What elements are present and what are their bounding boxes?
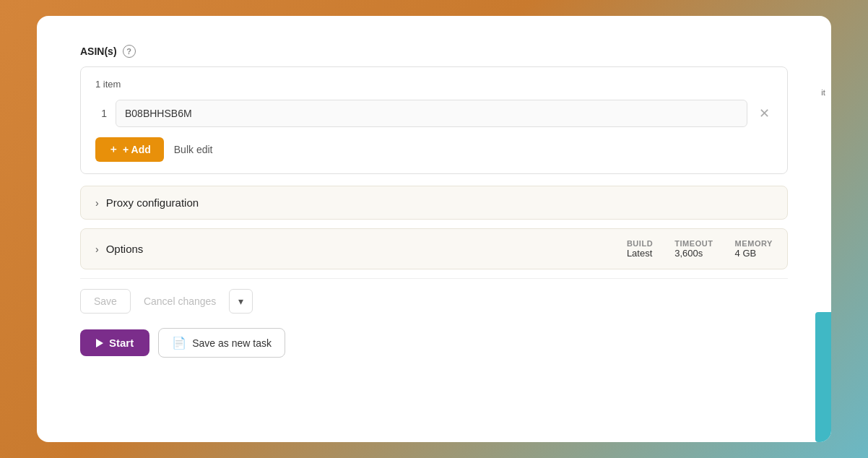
asin-index: 1: [95, 108, 107, 119]
chevron-down-icon: ▾: [238, 295, 243, 307]
right-edge-text: it: [815, 88, 831, 97]
asin-clear-button[interactable]: ✕: [756, 104, 773, 123]
memory-value: 4 GB: [735, 248, 757, 259]
asin-actions: ＋ + Add Bulk edit: [95, 137, 773, 162]
options-header: › Options: [95, 243, 627, 255]
asin-section-header: ASIN(s) ?: [80, 45, 788, 58]
right-edge-decoration: it: [815, 88, 831, 97]
bulk-edit-label: Bulk edit: [174, 144, 213, 155]
options-section[interactable]: › Options BUILD Latest TIMEOUT 3,600s ME…: [80, 228, 788, 269]
save-button[interactable]: Save: [80, 289, 131, 314]
proxy-config-title: Proxy configuration: [106, 196, 199, 209]
save-label: Save: [94, 295, 117, 307]
options-meta: BUILD Latest TIMEOUT 3,600s MEMORY 4 GB: [627, 239, 773, 259]
action-bar: Save Cancel changes ▾: [80, 278, 788, 314]
proxy-config-section[interactable]: › Proxy configuration: [80, 186, 788, 220]
more-actions-dropdown-button[interactable]: ▾: [229, 289, 253, 314]
options-title: Options: [106, 243, 144, 255]
asin-label: ASIN(s): [80, 46, 117, 57]
asin-help-icon[interactable]: ?: [123, 45, 136, 58]
teal-sidebar-bar: [815, 312, 831, 442]
save-new-task-label: Save as new task: [192, 337, 272, 349]
asin-input[interactable]: [116, 100, 747, 127]
close-icon: ✕: [759, 107, 770, 120]
proxy-chevron-icon: ›: [95, 197, 99, 209]
main-card: it ASIN(s) ? 1 item 1 ✕ ＋ + Add Bulk edi…: [37, 16, 831, 442]
asin-box: 1 item 1 ✕ ＋ + Add Bulk edit: [80, 66, 788, 174]
asin-row: 1 ✕: [95, 100, 773, 127]
play-icon: [96, 339, 103, 347]
timeout-label: TIMEOUT: [674, 239, 713, 248]
add-asin-button[interactable]: ＋ + Add: [95, 137, 164, 162]
primary-actions: Start 📄 Save as new task: [80, 328, 788, 358]
build-value: Latest: [627, 248, 652, 259]
start-label: Start: [109, 337, 134, 349]
build-label: BUILD: [627, 239, 653, 248]
memory-label: MEMORY: [735, 239, 773, 248]
memory-meta: MEMORY 4 GB: [735, 239, 773, 259]
save-as-new-task-button[interactable]: 📄 Save as new task: [158, 328, 285, 358]
timeout-meta: TIMEOUT 3,600s: [674, 239, 713, 259]
start-button[interactable]: Start: [80, 329, 149, 356]
bulk-edit-button[interactable]: Bulk edit: [171, 138, 216, 161]
asin-item-count: 1 item: [95, 79, 773, 90]
cancel-label: Cancel changes: [144, 295, 216, 307]
cancel-changes-button[interactable]: Cancel changes: [136, 290, 223, 313]
build-meta: BUILD Latest: [627, 239, 653, 259]
proxy-config-header: › Proxy configuration: [95, 196, 773, 209]
plus-icon: ＋: [108, 143, 118, 156]
options-chevron-icon: ›: [95, 243, 99, 255]
timeout-value: 3,600s: [674, 248, 703, 259]
document-icon: 📄: [172, 336, 186, 350]
add-label: + Add: [123, 144, 151, 155]
